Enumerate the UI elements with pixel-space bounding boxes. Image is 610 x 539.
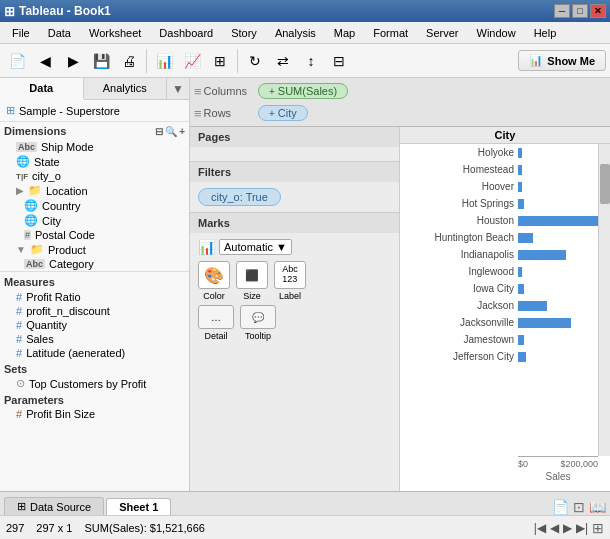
toolbar-back[interactable]: ◀ (32, 48, 58, 74)
chart-axis: $0 $200,000 Sales (518, 456, 598, 491)
menu-map[interactable]: Map (326, 25, 363, 41)
new-story-icon[interactable]: 📖 (589, 499, 606, 515)
chart-bar-row[interactable] (518, 195, 598, 212)
marks-detail-btn[interactable]: … Detail (198, 305, 234, 341)
marks-type-dropdown[interactable]: Automatic ▼ (219, 239, 292, 255)
measure-profit-n-discount[interactable]: # profit_n_discount (0, 304, 189, 318)
dim-location[interactable]: ▶ 📁 Location (0, 183, 189, 198)
filter-city-o[interactable]: city_o: True (198, 188, 281, 206)
new-dashboard-icon[interactable]: ⊡ (573, 499, 585, 515)
toolbar-new[interactable]: 📄 (4, 48, 30, 74)
dim-country[interactable]: 🌐 Country (0, 198, 189, 213)
toolbar-save[interactable]: 💾 (88, 48, 114, 74)
toolbar-filter[interactable]: ⊟ (326, 48, 352, 74)
dim-city[interactable]: 🌐 City (0, 213, 189, 228)
rows-label: ≡ Rows (194, 106, 254, 121)
close-button[interactable]: ✕ (590, 4, 606, 18)
dim-product[interactable]: ▼ 📁 Product (0, 242, 189, 257)
chart-bar-row[interactable] (518, 314, 598, 331)
globe-icon: 🌐 (16, 155, 30, 168)
menu-window[interactable]: Window (469, 25, 524, 41)
dim-city-o[interactable]: T|F city_o (0, 169, 189, 183)
measure-profit-ratio[interactable]: # Profit Ratio (0, 290, 189, 304)
marks-tooltip-icon: 💬 (240, 305, 276, 329)
measure-label: Quantity (26, 319, 67, 331)
dim-postal-code[interactable]: # Postal Code (0, 228, 189, 242)
chart-bar-row[interactable] (518, 280, 598, 297)
chart-scrollbar[interactable] (598, 144, 610, 456)
sets-header: Sets (0, 360, 189, 376)
chart-bar-row[interactable] (518, 263, 598, 280)
toolbar-refresh[interactable]: ↻ (242, 48, 268, 74)
menu-file[interactable]: File (4, 25, 38, 41)
chart-bar-row[interactable] (518, 246, 598, 263)
panel-options-btn[interactable]: ▼ (167, 78, 189, 99)
dim-state[interactable]: 🌐 State (0, 154, 189, 169)
menu-analysis[interactable]: Analysis (267, 25, 324, 41)
set-label: Top Customers by Profit (29, 378, 146, 390)
chart-bar-row[interactable] (518, 178, 598, 195)
chart-bar-row[interactable] (518, 229, 598, 246)
add-icon[interactable]: + (179, 126, 185, 137)
tab-data-source[interactable]: ⊞ Data Source (4, 497, 104, 515)
dimensions-header: Dimensions ⊟ 🔍 + (0, 122, 189, 140)
columns-pill[interactable]: + SUM(Sales) (258, 83, 348, 99)
chart-bar-row[interactable] (518, 331, 598, 348)
measure-sales[interactable]: # Sales (0, 332, 189, 346)
chart-bar-row[interactable] (518, 212, 598, 229)
chart-area: City HolyokeHomesteadHooverHot SpringsHo… (400, 127, 610, 491)
menu-format[interactable]: Format (365, 25, 416, 41)
datasource-name[interactable]: Sample - Superstore (19, 105, 120, 117)
rows-pill[interactable]: + City (258, 105, 308, 121)
chart-bar-row[interactable] (518, 297, 598, 314)
menu-data[interactable]: Data (40, 25, 79, 41)
param-profit-bin[interactable]: # Profit Bin Size (0, 407, 189, 421)
menu-help[interactable]: Help (526, 25, 565, 41)
tab-data[interactable]: Data (0, 78, 84, 100)
nav-prev[interactable]: ◀ (550, 521, 559, 535)
menu-story[interactable]: Story (223, 25, 265, 41)
toolbar-swap[interactable]: ⇄ (270, 48, 296, 74)
toolbar-sort[interactable]: ↕ (298, 48, 324, 74)
hash-icon: # (16, 347, 22, 359)
show-me-button[interactable]: 📊 Show Me (518, 50, 606, 71)
menu-worksheet[interactable]: Worksheet (81, 25, 149, 41)
search-icon[interactable]: 🔍 (165, 126, 177, 137)
dim-category[interactable]: Abc Category (0, 257, 189, 271)
menu-server[interactable]: Server (418, 25, 466, 41)
menu-dashboard[interactable]: Dashboard (151, 25, 221, 41)
nav-next[interactable]: ▶ (563, 521, 572, 535)
measure-label: Profit Ratio (26, 291, 80, 303)
new-sheet-icon[interactable]: 📄 (552, 499, 569, 515)
marks-size-btn[interactable]: ⬛ Size (236, 261, 268, 301)
folder-icon: 📁 (28, 184, 42, 197)
chart-bar-row[interactable] (518, 348, 598, 365)
minimize-button[interactable]: ─ (554, 4, 570, 18)
toolbar-chart3[interactable]: ⊞ (207, 48, 233, 74)
chart-bar-row[interactable] (518, 144, 598, 161)
tab-sheet1[interactable]: Sheet 1 (106, 498, 171, 515)
toolbar-forward[interactable]: ▶ (60, 48, 86, 74)
toolbar-chart2[interactable]: 📈 (179, 48, 205, 74)
chart-bar (518, 318, 571, 328)
nav-first[interactable]: |◀ (534, 521, 546, 535)
marks-color-icon: 🎨 (198, 261, 230, 289)
measure-latitude[interactable]: # Latitude (aenerated) (0, 346, 189, 360)
nav-last[interactable]: ▶| (576, 521, 588, 535)
tab-analytics[interactable]: Analytics (84, 78, 168, 99)
chart-bar (518, 267, 522, 277)
toolbar-chart1[interactable]: 📊 (151, 48, 177, 74)
set-top-customers[interactable]: ⊙ Top Customers by Profit (0, 376, 189, 391)
dim-ship-mode[interactable]: Abc Ship Mode (0, 140, 189, 154)
marks-tooltip-btn[interactable]: 💬 Tooltip (240, 305, 276, 341)
marks-label-btn[interactable]: Abc123 Label (274, 261, 306, 301)
measure-quantity[interactable]: # Quantity (0, 318, 189, 332)
toolbar-print[interactable]: 🖨 (116, 48, 142, 74)
tf-icon: T|F (16, 172, 28, 181)
chart-bar-row[interactable] (518, 161, 598, 178)
chart-label-row: Huntington Beach (400, 229, 518, 246)
pages-label: Pages (198, 131, 230, 143)
marks-color-btn[interactable]: 🎨 Color (198, 261, 230, 301)
sort-icon[interactable]: ⊟ (155, 126, 163, 137)
maximize-button[interactable]: □ (572, 4, 588, 18)
